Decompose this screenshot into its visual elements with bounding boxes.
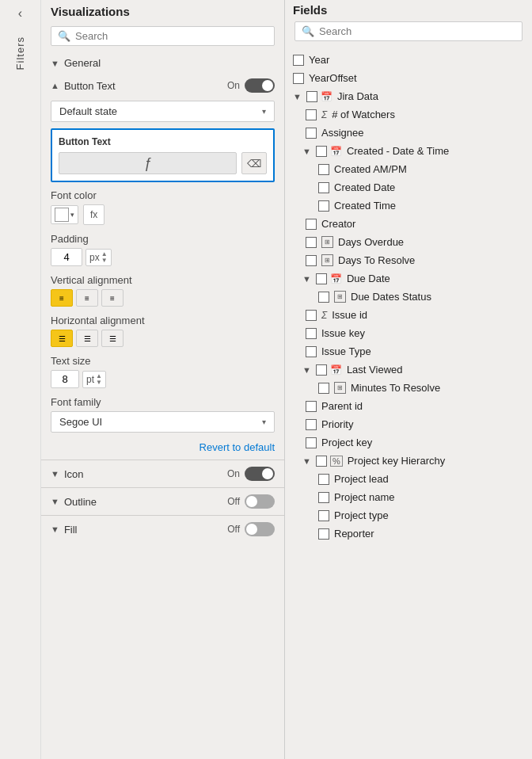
back-arrow-icon[interactable]: ‹: [18, 6, 22, 21]
color-chevron-icon: ▾: [70, 211, 74, 219]
fill-section-header[interactable]: ▼ Fill Off: [41, 517, 284, 541]
jira-data-expand-icon[interactable]: ▼: [293, 92, 302, 101]
align-left-button[interactable]: ☰: [51, 330, 73, 347]
fields-search-input[interactable]: [319, 25, 515, 37]
vertical-align-row: Vertical alignment ≡ ≡ ≡: [41, 270, 284, 311]
fill-toggle[interactable]: [245, 522, 275, 536]
fill-toggle-label: Off: [227, 524, 240, 535]
revert-link[interactable]: Revert to default: [41, 437, 284, 458]
created-date-checkbox[interactable]: [318, 182, 329, 193]
fill-section-title: Fill: [64, 524, 78, 536]
button-text-input-field[interactable]: ƒ: [59, 152, 237, 174]
created-time-checkbox[interactable]: [318, 200, 329, 212]
created-ampm-checkbox[interactable]: [318, 164, 329, 175]
created-dt-checkbox[interactable]: [316, 146, 327, 157]
project-lead-field-name: Project lead: [334, 473, 389, 485]
text-size-spinner[interactable]: ▲ ▼: [96, 373, 102, 386]
minutes-to-resolve-checkbox[interactable]: [318, 383, 329, 394]
days-to-resolve-checkbox[interactable]: [306, 255, 317, 266]
padding-unit[interactable]: px ▲ ▼: [86, 249, 112, 266]
outline-section-title: Outline: [64, 496, 97, 508]
due-dates-status-table-icon: ⊞: [334, 291, 346, 303]
yearoffset-checkbox[interactable]: [293, 73, 304, 84]
due-dates-status-checkbox[interactable]: [318, 292, 329, 303]
watchers-checkbox[interactable]: [306, 109, 317, 120]
list-item: Parent id: [285, 397, 532, 415]
outline-toggle[interactable]: [245, 494, 275, 509]
general-chevron-icon: ▼: [51, 59, 59, 68]
parent-id-field-name: Parent id: [321, 400, 363, 412]
project-type-checkbox[interactable]: [318, 510, 329, 521]
fields-list: Year YearOffset ▼ 📅 Jira Data Σ # of Wat…: [285, 48, 532, 546]
reporter-checkbox[interactable]: [318, 528, 329, 540]
issue-id-checkbox[interactable]: [306, 310, 317, 321]
vertical-align-label: Vertical alignment: [51, 274, 275, 286]
jira-data-section-row: ▼ 📅 Jira Data: [285, 87, 532, 105]
jira-data-checkbox[interactable]: [306, 91, 317, 102]
project-key-checkbox[interactable]: [306, 437, 317, 448]
align-bottom-button[interactable]: ≡: [101, 289, 124, 307]
list-item: Σ # of Watchers: [285, 105, 532, 124]
visualizations-search-input[interactable]: [75, 30, 268, 42]
project-key-hierarchy-checkbox[interactable]: [316, 456, 327, 467]
default-state-dropdown[interactable]: Default state ▾: [51, 101, 275, 122]
issue-key-field-name: Issue key: [321, 327, 365, 339]
align-middle-button[interactable]: ≡: [76, 289, 98, 307]
outline-section-header[interactable]: ▼ Outline Off: [41, 490, 284, 513]
icon-chevron-icon: ▼: [51, 469, 59, 479]
visualizations-search-bar[interactable]: 🔍: [51, 26, 275, 46]
align-right-button[interactable]: ☰: [101, 330, 124, 347]
last-viewed-expand-icon[interactable]: ▼: [302, 365, 311, 375]
align-top-button[interactable]: ≡: [51, 289, 73, 307]
days-overdue-checkbox[interactable]: [306, 237, 317, 248]
font-family-dropdown[interactable]: Segoe UI ▾: [51, 411, 275, 433]
creator-checkbox[interactable]: [306, 219, 317, 230]
list-item: Project type: [285, 506, 532, 524]
text-size-unit[interactable]: pt ▲ ▼: [82, 371, 106, 388]
horizontal-align-buttons: ☰ ☰ ☰: [51, 330, 275, 347]
issue-key-checkbox[interactable]: [306, 328, 317, 339]
padding-input[interactable]: [51, 248, 82, 266]
days-overdue-table-icon: ⊞: [321, 236, 333, 248]
padding-spinner[interactable]: ▲ ▼: [101, 251, 108, 264]
project-key-hierarchy-expand-icon[interactable]: ▼: [302, 456, 311, 466]
color-swatch[interactable]: ▾: [51, 205, 78, 224]
due-date-expand-icon[interactable]: ▼: [302, 274, 311, 284]
reporter-field-name: Reporter: [334, 528, 374, 540]
fx-button[interactable]: fx: [83, 204, 104, 225]
font-family-label: Font family: [51, 396, 275, 408]
created-date-field-name: Created Date: [334, 181, 395, 193]
general-section-header[interactable]: ▼ General: [41, 52, 284, 74]
list-item: YearOffset: [285, 69, 532, 87]
icon-section-header[interactable]: ▼ Icon On: [41, 462, 284, 486]
list-item: Σ Issue id: [285, 306, 532, 324]
outline-chevron-icon: ▼: [51, 497, 59, 506]
issue-type-checkbox[interactable]: [306, 346, 317, 357]
days-overdue-field-name: Days Overdue: [338, 236, 404, 248]
last-viewed-checkbox[interactable]: [316, 364, 327, 376]
button-text-section-header[interactable]: ▲ Button Text On: [41, 74, 284, 97]
list-item: Project key: [285, 433, 532, 452]
icon-toggle[interactable]: [245, 467, 275, 481]
priority-checkbox[interactable]: [306, 419, 317, 430]
created-dt-expand-icon[interactable]: ▼: [302, 147, 311, 156]
button-text-toggle[interactable]: [245, 78, 275, 93]
align-center-button[interactable]: ☰: [76, 330, 98, 347]
eraser-button[interactable]: ⌫: [241, 152, 267, 174]
due-date-checkbox[interactable]: [316, 273, 327, 284]
parent-id-checkbox[interactable]: [306, 401, 317, 412]
year-checkbox[interactable]: [293, 55, 304, 66]
list-item: Created AM/PM: [285, 160, 532, 178]
due-date-field-name: Due Date: [347, 273, 390, 284]
font-family-chevron-icon: ▾: [262, 418, 266, 426]
assignee-checkbox[interactable]: [306, 128, 317, 139]
created-ampm-field-name: Created AM/PM: [334, 163, 407, 175]
project-name-checkbox[interactable]: [318, 492, 329, 503]
text-size-input[interactable]: [51, 370, 79, 388]
icon-section-title: Icon: [64, 468, 84, 480]
list-item: ⊞ Due Dates Status: [285, 288, 532, 306]
watchers-field-name: # of Watchers: [332, 109, 395, 120]
fields-search-bar[interactable]: 🔍: [294, 21, 522, 41]
divider-1: [41, 460, 284, 460]
project-lead-checkbox[interactable]: [318, 474, 329, 485]
